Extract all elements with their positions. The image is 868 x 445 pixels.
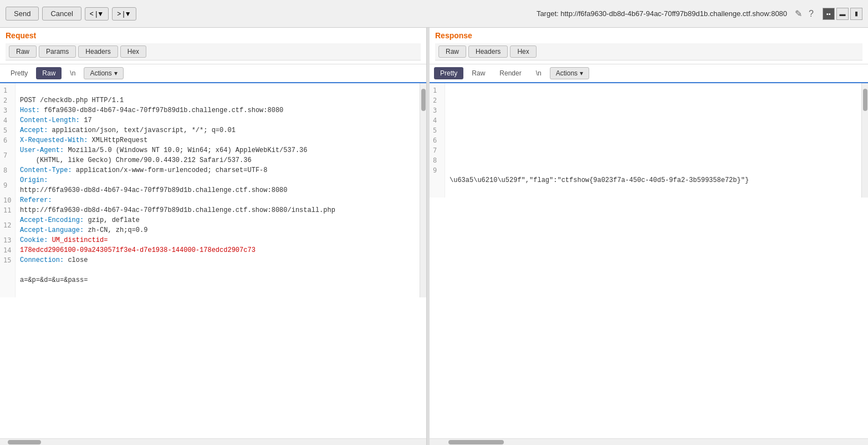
req-line-10: Accept-Encoding: gzip, deflate [20, 216, 140, 224]
req-line-11: Accept-Language: zh-CN, zh;q=0.9 [20, 226, 147, 234]
response-sub-raw[interactable]: Raw [466, 67, 491, 79]
response-tab-headers[interactable]: Headers [468, 45, 508, 58]
response-line-numbers: 1 2 3 4 5 6 7 8 9 [430, 83, 445, 198]
request-panel: Request Raw Params Headers Hex Pretty Ra… [0, 28, 427, 445]
request-title: Request [6, 31, 421, 40]
response-panel-header: Response Raw Headers Hex [430, 28, 868, 64]
resp-line-6 [450, 146, 453, 154]
request-actions-label: Actions [90, 69, 111, 77]
response-sub-pretty[interactable]: Pretty [434, 67, 463, 79]
response-scrollbar-thumb [863, 89, 867, 111]
response-scrollbar-h[interactable] [430, 438, 868, 445]
response-actions-label: Actions [556, 69, 578, 77]
req-line-3: Content-Length: 17 [20, 117, 92, 124]
request-scrollbar-h[interactable] [0, 438, 426, 445]
top-toolbar: Send Cancel < |▼ > |▼ Target: http://f6f… [0, 0, 868, 28]
request-actions-dropdown[interactable]: Actions ▾ [84, 67, 123, 79]
req-line-8: Origin: http://f6fa9630-db8d-4b67-94ac-7… [20, 176, 287, 194]
nav-fwd-button[interactable]: > |▼ [112, 7, 136, 21]
nav-back-label: < |▼ [90, 10, 104, 18]
response-sub-tab-bar: Pretty Raw Render \n Actions ▾ [430, 64, 868, 83]
request-line-numbers: 1 2 3 4 5 6 7 8 9 10 11 12 13 14 15 [0, 83, 16, 297]
response-panel: Response Raw Headers Hex Pretty Raw Rend… [430, 28, 868, 445]
layout-icon-vertical[interactable]: ▮ [850, 8, 862, 20]
response-code-content[interactable]: \u63a5\u6210\u529f","flag":"ctfshow{9a02… [445, 83, 861, 198]
request-sub-raw[interactable]: Raw [36, 67, 62, 79]
response-tab-bar: Raw Headers Hex [435, 43, 862, 60]
response-code-area: 1 2 3 4 5 6 7 8 9 \u63a5\u6210\u529f","f… [430, 83, 868, 198]
req-line-6: User-Agent: Mozilla/5.0 (Windows NT 10.0… [20, 146, 308, 164]
req-line-9: Referer: http://f6fa9630-db8d-4b67-94ac-… [20, 196, 335, 214]
request-sub-pretty[interactable]: Pretty [4, 67, 34, 79]
edit-icon[interactable]: ✎ [795, 8, 802, 19]
request-scrollbar-h-thumb [8, 440, 41, 444]
resp-line-1 [450, 97, 453, 104]
resp-line-5 [450, 136, 453, 144]
response-actions-chevron: ▾ [580, 69, 583, 77]
response-sub-render[interactable]: Render [493, 67, 527, 79]
cancel-button[interactable]: Cancel [42, 7, 81, 21]
response-sub-n[interactable]: \n [530, 67, 548, 79]
response-tab-raw[interactable]: Raw [438, 45, 466, 58]
resp-line-4 [450, 127, 453, 134]
send-button[interactable]: Send [6, 7, 39, 21]
req-line-2: Host: f6fa9630-db8d-4b67-94ac-70ff97b89d… [20, 107, 283, 114]
req-line-7: Content-Type: application/x-www-form-url… [20, 166, 267, 174]
request-tab-hex[interactable]: Hex [120, 45, 146, 58]
request-code-area: 1 2 3 4 5 6 7 8 9 10 11 12 13 14 15 POST… [0, 83, 426, 297]
request-sub-n[interactable]: \n [64, 67, 81, 79]
toolbar-left: Send Cancel < |▼ > |▼ [6, 7, 136, 21]
response-scrollbar-v[interactable] [861, 83, 868, 198]
layout-icon-split[interactable]: ▪▪ [823, 8, 835, 20]
response-actions-dropdown[interactable]: Actions ▾ [550, 67, 589, 79]
resp-line-8 [450, 166, 453, 174]
req-line-12: Cookie: UM_distinctid= 178edcd2906100-09… [20, 236, 256, 254]
response-scrollbar-h-thumb [448, 440, 504, 444]
resp-line-2 [450, 107, 453, 114]
request-tab-raw[interactable]: Raw [9, 45, 37, 58]
request-tab-params[interactable]: Params [39, 45, 76, 58]
request-actions-chevron: ▾ [114, 69, 118, 77]
resp-line-3 [450, 117, 453, 124]
resp-line-7 [450, 156, 453, 164]
request-code-content[interactable]: POST /checkdb.php HTTP/1.1 Host: f6fa963… [16, 83, 420, 297]
request-tab-bar: Raw Params Headers Hex [6, 43, 421, 60]
resp-line-9: \u63a5\u6210\u529f","flag":"ctfshow{9a02… [450, 176, 749, 184]
toolbar-right: Target: http://f6fa9630-db8d-4b67-94ac-7… [537, 8, 862, 20]
help-icon[interactable]: ? [809, 9, 814, 19]
response-content-area: 1 2 3 4 5 6 7 8 9 \u63a5\u6210\u529f","f… [430, 83, 868, 438]
response-tab-hex[interactable]: Hex [510, 45, 536, 58]
response-title: Response [435, 31, 862, 40]
main-area: Request Raw Params Headers Hex Pretty Ra… [0, 28, 868, 445]
request-panel-header: Request Raw Params Headers Hex [0, 28, 426, 64]
req-line-4: Accept: application/json, text/javascrip… [20, 127, 236, 134]
request-sub-tab-bar: Pretty Raw \n Actions ▾ [0, 64, 426, 83]
request-scrollbar-v[interactable] [420, 83, 426, 297]
req-line-5: X-Requested-With: XMLHttpRequest [20, 136, 147, 144]
nav-back-button[interactable]: < |▼ [85, 7, 109, 21]
request-scrollbar-thumb [421, 89, 426, 111]
req-line-13: Connection: close [20, 256, 88, 264]
request-content-area: 1 2 3 4 5 6 7 8 9 10 11 12 13 14 15 POST… [0, 83, 426, 438]
nav-fwd-label: > |▼ [117, 10, 131, 18]
layout-icon-horizontal[interactable]: ▬ [836, 8, 849, 20]
req-line-15: a=&p=&d=&u=&pass= [20, 276, 88, 284]
layout-icons: ▪▪ ▬ ▮ [823, 8, 862, 20]
req-line-1: POST /checkdb.php HTTP/1.1 [20, 97, 124, 104]
request-tab-headers[interactable]: Headers [78, 45, 118, 58]
target-text: Target: http://f6fa9630-db8d-4b67-94ac-7… [537, 9, 787, 18]
